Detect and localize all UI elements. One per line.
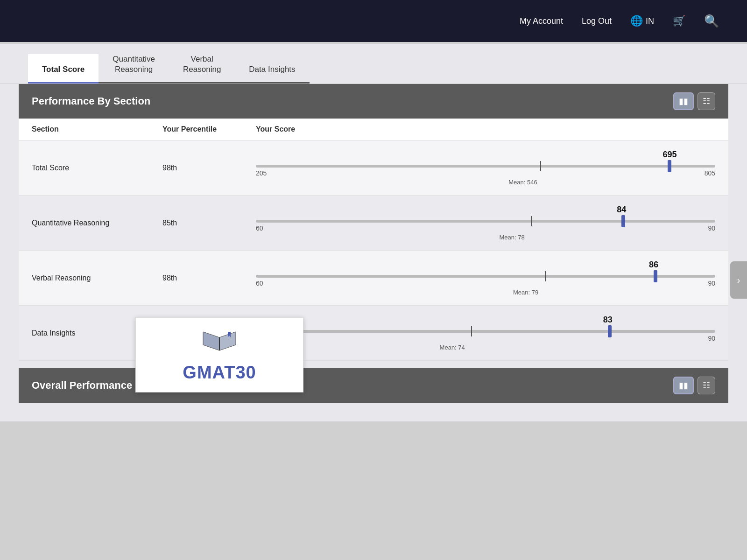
tab-total-score[interactable]: Total Score: [28, 54, 99, 84]
row-score-bar: 83 60 90 Mean: 74: [256, 315, 715, 351]
tab-data-insights-label: Data Insights: [249, 65, 295, 74]
mean-label: Mean: 79: [256, 289, 715, 296]
row-score-bar: 695 205 805 Mean: 546: [256, 150, 715, 186]
mean-line: [540, 161, 541, 171]
bar-min: 60: [256, 224, 263, 232]
bar-max: 805: [705, 169, 715, 177]
bar-marker: [668, 160, 671, 172]
search-button[interactable]: 🔍: [704, 14, 719, 28]
bar-max: 90: [708, 224, 715, 232]
log-out-link[interactable]: Log Out: [582, 16, 612, 26]
mean-line: [531, 216, 532, 226]
mean-label: Mean: 74: [256, 344, 715, 351]
search-icon: 🔍: [704, 14, 719, 28]
bar-marker: [621, 215, 625, 227]
chart-view-button[interactable]: ▮▮: [673, 92, 694, 110]
chart-icon: ▮▮: [679, 97, 688, 106]
tab-verbal-reasoning[interactable]: VerbalReasoning: [169, 44, 235, 84]
col-section: Section: [32, 125, 162, 133]
bar-track: [256, 275, 715, 278]
row-percentile: 85th: [162, 219, 256, 227]
tab-quantitative-reasoning[interactable]: QuantitativeReasoning: [99, 44, 169, 84]
cart-button[interactable]: 🛒: [673, 15, 685, 27]
col-score: Your Score: [256, 125, 715, 133]
view-toggle: ▮▮ ☷: [673, 92, 715, 110]
performance-section-header: Performance By Section ▮▮ ☷: [19, 84, 728, 119]
cart-icon: 🛒: [673, 15, 685, 27]
row-section-label: Verbal Reasoning: [32, 274, 162, 282]
scroll-arrow-icon: ›: [737, 275, 740, 286]
bar-range: 60 90: [256, 335, 715, 342]
grid-view-button[interactable]: ☷: [698, 92, 715, 110]
bar-track: [256, 165, 715, 168]
bar-min: 205: [256, 169, 267, 177]
log-out-label: Log Out: [582, 16, 612, 26]
score-value: 84: [617, 205, 626, 215]
row-score-bar: 86 60 90 Mean: 79: [256, 260, 715, 296]
region-label: IN: [646, 16, 654, 26]
watermark-text: GMAT30: [183, 363, 256, 383]
row-section-label: Total Score: [32, 164, 162, 172]
table-row: Verbal Reasoning 98th 86 60 90 Mean: 79: [19, 251, 728, 306]
my-account-link[interactable]: My Account: [520, 16, 563, 26]
score-value: 86: [649, 260, 658, 270]
bottom-section-header: Overall Performance By Program & School …: [19, 368, 728, 403]
book-svg: [201, 327, 238, 355]
table-row: Data Insights 96th 83 60 90 Mean: 74: [19, 306, 728, 361]
bar-max: 90: [708, 335, 715, 342]
row-percentile: 98th: [162, 274, 256, 282]
my-account-label: My Account: [520, 16, 563, 26]
bar-track: [256, 220, 715, 223]
bar-track: [256, 330, 715, 333]
tab-data-insights[interactable]: Data Insights: [235, 54, 309, 84]
tab-total-score-label: Total Score: [42, 65, 85, 74]
bottom-view-toggle: ▮▮ ☷: [673, 377, 715, 394]
bar-range: 60 90: [256, 280, 715, 287]
mean-line: [471, 326, 472, 336]
bar-min: 60: [256, 280, 263, 287]
bar-marker: [654, 270, 657, 282]
main-content: Performance By Section ▮▮ ☷ Section Your…: [0, 84, 747, 421]
grid-icon: ☷: [703, 381, 710, 390]
performance-table: Section Your Percentile Your Score Total…: [19, 119, 728, 361]
top-navigation: My Account Log Out 🌐 IN 🛒 🔍: [0, 0, 747, 42]
watermark-book-icon: [201, 327, 238, 359]
tab-verbal-reasoning-label: VerbalReasoning: [183, 55, 221, 74]
bottom-grid-view-button[interactable]: ☷: [698, 377, 715, 394]
row-score-bar: 84 60 90 Mean: 78: [256, 205, 715, 241]
tab-quantitative-reasoning-label: QuantitativeReasoning: [113, 55, 155, 74]
performance-section-title: Performance By Section: [32, 95, 150, 107]
region-selector[interactable]: 🌐 IN: [630, 15, 654, 27]
table-row: Quantitative Reasoning 85th 84 60 90 Mea…: [19, 196, 728, 251]
row-section-label: Quantitative Reasoning: [32, 219, 162, 227]
bar-range: 205 805: [256, 169, 715, 177]
watermark-accent: 30: [235, 363, 256, 382]
mean-line: [545, 271, 546, 281]
bar-max: 90: [708, 280, 715, 287]
chart-icon: ▮▮: [679, 381, 688, 390]
scroll-hint[interactable]: ›: [730, 261, 747, 299]
row-percentile: 98th: [162, 164, 256, 172]
table-header: Section Your Percentile Your Score: [19, 119, 728, 140]
score-value: 695: [663, 150, 669, 160]
bar-marker: [608, 325, 612, 337]
score-value: 83: [603, 315, 613, 325]
watermark-overlay: GMAT30: [135, 317, 303, 392]
bottom-chart-view-button[interactable]: ▮▮: [673, 377, 694, 394]
table-row: Total Score 98th 695 205 805 Mean: 546: [19, 140, 728, 196]
grid-icon: ☷: [703, 97, 710, 106]
mean-label: Mean: 546: [256, 179, 715, 186]
col-percentile: Your Percentile: [162, 125, 256, 133]
globe-icon: 🌐: [630, 15, 643, 27]
mean-label: Mean: 78: [256, 234, 715, 241]
bar-range: 60 90: [256, 224, 715, 232]
watermark-plain: GMAT: [183, 363, 235, 382]
tabs-container: Total Score QuantitativeReasoning Verbal…: [0, 44, 747, 84]
